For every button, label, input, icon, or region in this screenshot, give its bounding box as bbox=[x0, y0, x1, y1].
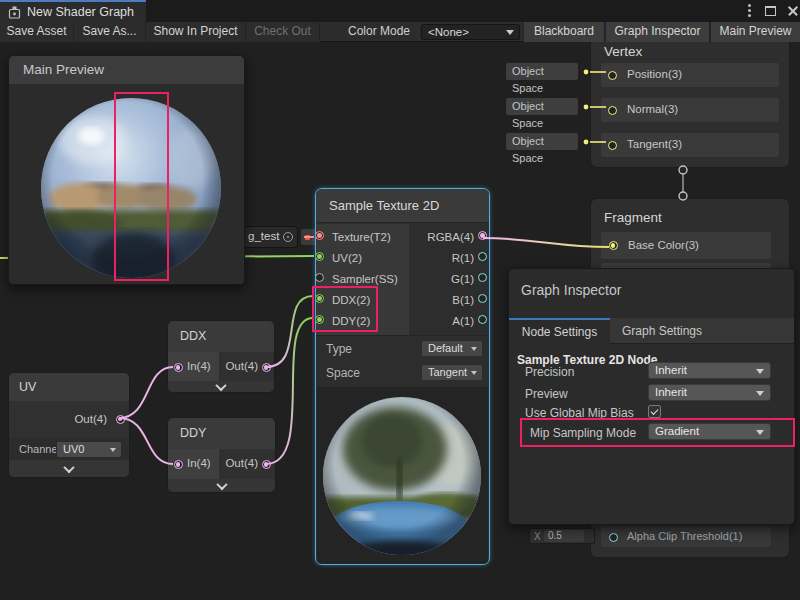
normal-port-label: Normal(3) bbox=[627, 103, 678, 115]
type-label: Type bbox=[326, 342, 352, 356]
vertex-node-title: Vertex bbox=[604, 44, 642, 59]
sample-texture-2d-node[interactable]: Sample Texture 2D Texture(T2) UV(2) Samp… bbox=[315, 188, 490, 565]
property-node-output-port[interactable] bbox=[301, 229, 316, 245]
main-preview-title: Main Preview bbox=[23, 62, 104, 77]
uv-channel-dropdown[interactable]: UV0 bbox=[56, 441, 122, 458]
uv-node-title: UV bbox=[19, 380, 36, 394]
ddx-out-label: Out(4) bbox=[222, 360, 258, 372]
a-output-label: A(1) bbox=[411, 315, 474, 327]
check-out-button: Check Out bbox=[246, 22, 320, 42]
uv-node[interactable]: UV Out(4) Channe UV0 bbox=[8, 372, 130, 478]
position-port[interactable] bbox=[608, 71, 617, 80]
uv-input-port[interactable] bbox=[315, 252, 324, 261]
ddy-in-port[interactable] bbox=[174, 460, 183, 469]
r-output-label: R(1) bbox=[411, 252, 474, 264]
ddx-collapse-button[interactable] bbox=[168, 381, 274, 392]
position-space-dropdown[interactable]: Object Space bbox=[506, 63, 578, 80]
uv-collapse-button[interactable] bbox=[9, 460, 129, 477]
ddx-node[interactable]: DDX In(4) Out(4) bbox=[167, 320, 275, 393]
save-asset-button[interactable]: Save Asset bbox=[0, 22, 74, 42]
ddy-out-label: Out(4) bbox=[222, 457, 258, 469]
ddy-node[interactable]: DDY In(4) Out(4) bbox=[167, 417, 276, 493]
ddy-collapse-button[interactable] bbox=[168, 479, 275, 492]
tangent-space-dropdown[interactable]: Object Space bbox=[506, 133, 578, 150]
main-preview-sphere bbox=[41, 98, 221, 278]
uv-title-bar: UV bbox=[9, 373, 129, 401]
property-node-g-test[interactable]: g_test bbox=[241, 226, 298, 248]
alpha-clip-value-widget[interactable]: X 0.5 bbox=[529, 528, 595, 544]
ddx-in-port[interactable] bbox=[174, 363, 183, 372]
document-tab[interactable]: New Shader Graph bbox=[0, 0, 146, 22]
graph-inspector-title: Graph Inspector bbox=[521, 282, 621, 298]
inspector-tab-bar: Node Settings Graph Settings bbox=[509, 318, 794, 344]
precision-label: Precision bbox=[525, 365, 574, 379]
b-output-label: B(1) bbox=[411, 294, 474, 306]
uv-out-label: Out(4) bbox=[69, 413, 107, 425]
mip-sampling-mode-dropdown[interactable]: Gradient bbox=[648, 423, 771, 440]
preview-label: Preview bbox=[525, 387, 568, 401]
ddy-title-bar: DDY bbox=[168, 418, 275, 449]
chevron-down-icon bbox=[63, 461, 74, 472]
save-as-button[interactable]: Save As... bbox=[74, 22, 146, 42]
precision-dropdown[interactable]: Inherit bbox=[648, 362, 771, 379]
texture-input-label: Texture(T2) bbox=[332, 231, 391, 243]
b-output-port[interactable] bbox=[478, 294, 487, 303]
fragment-node-title: Fragment bbox=[604, 210, 662, 225]
normal-space-dropdown[interactable]: Object Space bbox=[506, 98, 578, 115]
preview-dropdown[interactable]: Inherit bbox=[648, 384, 771, 401]
color-mode-label: Color Mode bbox=[348, 22, 410, 42]
shader-graph-icon bbox=[8, 6, 21, 19]
texture-input-port[interactable] bbox=[315, 231, 324, 240]
space-label: Space bbox=[326, 366, 360, 380]
tangent-port-label: Tangent(3) bbox=[627, 138, 682, 150]
document-tab-title: New Shader Graph bbox=[27, 2, 134, 22]
tab-node-settings[interactable]: Node Settings bbox=[509, 318, 610, 344]
exposed-property-icon bbox=[283, 232, 293, 242]
ddx-title-bar: DDX bbox=[168, 321, 274, 352]
ddy-input-port[interactable] bbox=[315, 315, 324, 324]
ddx-in-label: In(4) bbox=[187, 360, 211, 372]
vertex-node[interactable]: Vertex Position(3) Normal(3) Tangent(3) bbox=[590, 30, 790, 168]
ddx-input-label: DDX(2) bbox=[332, 294, 370, 306]
close-icon[interactable] bbox=[783, 0, 800, 22]
use-global-mip-bias-label: Use Global Mip Bias bbox=[525, 406, 634, 420]
main-preview-header[interactable]: Main Preview bbox=[9, 56, 244, 84]
node-preview-sphere bbox=[323, 397, 481, 555]
color-mode-dropdown[interactable]: <None> bbox=[421, 24, 520, 40]
main-preview-toggle-button[interactable]: Main Preview bbox=[710, 22, 800, 42]
tab-graph-settings[interactable]: Graph Settings bbox=[622, 318, 702, 344]
alpha-clip-port[interactable] bbox=[609, 533, 618, 542]
ddx-out-port[interactable] bbox=[262, 363, 271, 372]
base-color-port[interactable] bbox=[609, 241, 618, 250]
kebab-menu-icon[interactable] bbox=[740, 0, 758, 22]
node-preview-area bbox=[317, 387, 488, 564]
space-dropdown[interactable]: Tangent bbox=[421, 364, 483, 381]
g-output-port[interactable] bbox=[478, 273, 487, 282]
mip-sampling-mode-label: Mip Sampling Mode bbox=[530, 426, 636, 440]
rgba-output-port[interactable] bbox=[478, 231, 487, 240]
maximize-icon[interactable] bbox=[761, 0, 779, 22]
alpha-clip-port-label: Alpha Clip Threshold(1) bbox=[627, 530, 742, 542]
sampler-input-label: Sampler(SS) bbox=[332, 273, 398, 285]
r-output-port[interactable] bbox=[478, 252, 487, 261]
base-color-port-label: Base Color(3) bbox=[628, 239, 699, 251]
ddy-node-title: DDY bbox=[180, 426, 206, 440]
uv-input-label: UV(2) bbox=[332, 252, 362, 264]
type-dropdown[interactable]: Default bbox=[421, 340, 483, 357]
normal-port[interactable] bbox=[608, 106, 617, 115]
graph-inspector-panel[interactable]: Graph Inspector Node Settings Graph Sett… bbox=[508, 268, 795, 525]
show-in-project-button[interactable]: Show In Project bbox=[146, 22, 246, 42]
checkmark-icon bbox=[651, 407, 659, 415]
ddx-input-port[interactable] bbox=[315, 294, 324, 303]
uv-out-port[interactable] bbox=[116, 415, 125, 424]
alpha-clip-value-field[interactable]: 0.5 bbox=[544, 530, 584, 542]
sampler-input-port[interactable] bbox=[315, 273, 324, 282]
main-preview-panel[interactable]: Main Preview bbox=[8, 55, 245, 285]
blackboard-toggle-button[interactable]: Blackboard bbox=[523, 22, 605, 42]
a-output-port[interactable] bbox=[478, 315, 487, 324]
ddy-input-label: DDY(2) bbox=[332, 315, 370, 327]
tangent-port[interactable] bbox=[608, 141, 617, 150]
graph-inspector-toggle-button[interactable]: Graph Inspector bbox=[605, 22, 710, 42]
use-global-mip-bias-checkbox[interactable] bbox=[648, 405, 661, 418]
ddy-out-port[interactable] bbox=[262, 460, 271, 469]
